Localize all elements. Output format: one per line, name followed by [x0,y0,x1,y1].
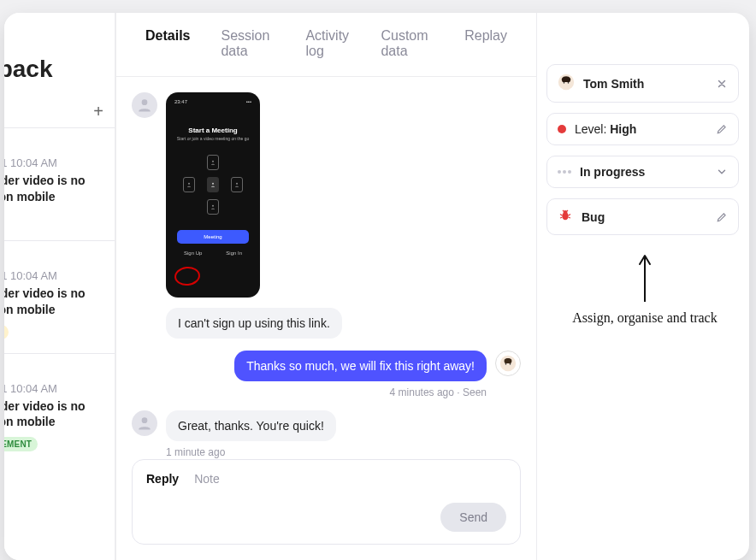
svg-point-4 [236,183,238,185]
feedback-title: e header video is no ding on mobile [4,173,106,205]
detail-tabs: Details Session data Activity log Custom… [116,13,536,77]
tab-session-data[interactable]: Session data [205,13,290,76]
priority-dot-icon [558,125,566,133]
priority-label: Level: [575,122,610,136]
svg-point-5 [212,183,214,185]
edit-priority-button[interactable] [716,123,728,135]
tab-activity-log[interactable]: Activity log [290,13,365,76]
svg-point-3 [188,183,190,185]
phone-primary-button: Meeting [177,230,249,244]
category-field[interactable]: Bug [546,198,739,235]
message-row: Thanks so much, we will fix this right a… [132,351,521,398]
phone-status-icons: ••• [246,99,251,104]
feedback-title: e header video is no ding on mobile [4,398,106,431]
arrow-icon [636,252,653,304]
properties-panel: Tom Smith Level: High In progress Bug [546,64,739,235]
feedback-item[interactable]: #409 6, 2021 10:04 AM e header video is … [4,240,115,353]
message-bubble: Great, thanks. You're quick! [166,410,336,441]
svg-point-2 [212,205,214,207]
feedback-timestamp: 6, 2021 10:04 AM [4,382,106,395]
composer-tab-note[interactable]: Note [194,472,220,486]
send-button[interactable]: Send [440,503,506,532]
sidebar-heading: edback [4,56,115,83]
feedback-timestamp: 6, 2021 10:04 AM [4,269,106,282]
avatar-placeholder-icon [132,92,157,118]
assignee-name: Tom Smith [583,77,644,91]
phone-link-signup: Sign Up [184,251,202,256]
avatar-agent [495,351,521,376]
status-dropdown-toggle[interactable] [716,166,728,178]
phone-status-time: 23:47 [174,99,187,104]
message-bubble: I can't sign up using this link. [166,308,342,339]
priority-field[interactable]: Level: High [546,113,739,145]
clear-assignee-button[interactable] [716,78,728,90]
phone-subtitle: Start or join a video meeting on the go [177,136,250,141]
status-value: In progress [580,165,645,179]
detail-pane: Details Session data Activity log Custom… [115,13,537,560]
svg-point-0 [142,99,148,105]
svg-point-11 [564,82,565,84]
message-bubble-reply: Thanks so much, we will fix this right a… [234,351,487,381]
annotation-circle [174,265,201,286]
status-dots-icon [558,170,571,174]
avatar-placeholder-icon [132,410,157,436]
plus-icon[interactable]: + [91,103,106,119]
feedback-item[interactable]: #397 6, 2021 10:04 AM e header video is … [4,353,115,466]
message-meta: 1 minute ago [166,446,225,458]
phone-title: Start a Meeting [188,127,237,134]
feedback-timestamp: 6, 2021 10:04 AM [4,156,106,169]
handwritten-annotation: Assign, organise and track [559,252,730,326]
conversation-thread: 23:47••• Start a Meeting Start or join a… [116,77,536,459]
feedback-item[interactable]: #1 6, 2021 10:04 AM e header video is no… [4,127,115,240]
svg-point-7 [505,363,507,365]
assignee-field[interactable]: Tom Smith [546,64,739,103]
tab-replay[interactable]: Replay [449,13,523,76]
feedback-title: e header video is no ding on mobile [4,286,106,318]
feedback-id: #409 [4,253,106,266]
message-row: Great, thanks. You're quick! 1 minute ag… [132,410,521,458]
priority-value: High [610,122,636,136]
phone-graphic [183,155,243,215]
attached-screenshot[interactable]: 23:47••• Start a Meeting Start or join a… [166,92,260,298]
annotation-text: Assign, organise and track [559,310,730,326]
status-field[interactable]: In progress [546,156,739,188]
feedback-sidebar: edback 3 + #1 6, 2021 10:04 AM e header … [4,13,115,560]
avatar-icon [558,74,575,93]
chip-waiting: ATING [4,325,9,339]
svg-point-8 [510,363,511,365]
reply-composer[interactable]: Reply Note Send [132,459,521,545]
message-row: 23:47••• Start a Meeting Start or join a… [132,92,521,339]
phone-link-signin: Sign In [226,251,242,256]
edit-category-button[interactable] [716,211,728,223]
tab-details[interactable]: Details [130,13,205,76]
tab-custom-data[interactable]: Custom data [365,13,449,76]
svg-point-1 [212,161,214,162]
message-meta: 4 minutes ago · Seen [390,386,487,398]
composer-tab-reply[interactable]: Reply [146,472,179,486]
svg-point-9 [142,417,148,423]
feedback-id: #1 [4,140,106,153]
chip-improvement: PROVEMENT [4,437,38,451]
bug-icon [558,208,573,226]
svg-point-12 [568,82,570,84]
feedback-id: #397 [4,366,106,379]
category-value: Bug [582,210,605,224]
